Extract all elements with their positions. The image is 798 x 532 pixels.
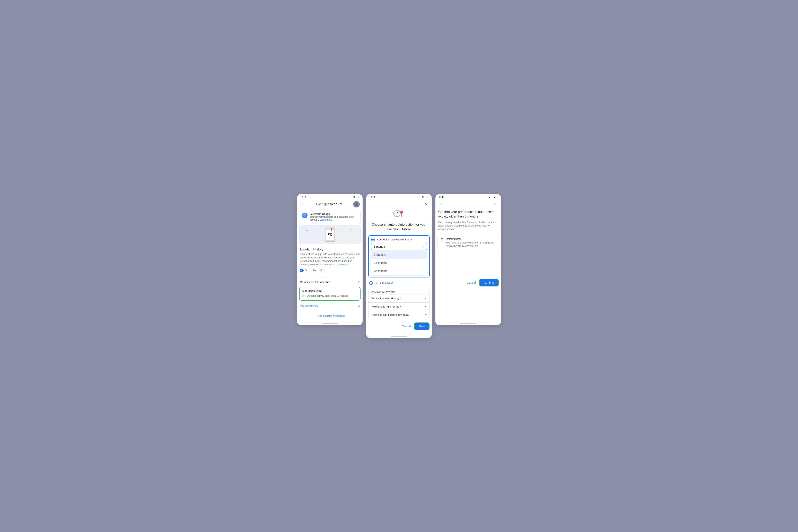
faq-label-3: How else can I control my data? <box>372 313 409 316</box>
g-yellow: o <box>322 202 323 206</box>
shield-icon: 🛡 <box>302 213 307 218</box>
faq-item-3[interactable]: How else can I control my data? ▾ <box>368 310 430 319</box>
battery-icon: ▪ <box>359 196 359 198</box>
map-pin-left: 📍 <box>305 230 309 233</box>
common-questions: COMMON QUESTIONS What's Location History… <box>368 289 430 319</box>
dialog-icon-area: 🕐 📍 <box>366 208 432 223</box>
back-button-3[interactable]: ← <box>438 201 443 207</box>
status-time-3: 12:13 <box>439 196 444 198</box>
spacer-3 <box>435 252 501 277</box>
external-link-icon: ⧉ <box>358 304 360 307</box>
screen-2: 12:12 M ▷ ▪ ✕ 🕐 📍 Choose an auto-delete … <box>366 194 432 338</box>
trash-icon: 🗑 <box>440 238 444 242</box>
screen2-content: 🕐 📍 Choose an auto-delete option for you… <box>366 208 432 334</box>
g-blue: G <box>316 202 319 206</box>
deleting-card: 🗑 Deleting now You have no activity olde… <box>437 235 499 250</box>
auto-delete-card[interactable]: Auto-delete (On) ☞ Deleting activity old… <box>299 287 361 301</box>
auto-delete-icon: ☞ <box>302 293 305 298</box>
g-blue2: g <box>324 202 326 206</box>
map-emoji: 🗺 <box>328 233 332 237</box>
deleting-now-desc: You have no activity older than 3 months… <box>446 241 496 248</box>
avatar-1: 👤 <box>353 201 360 208</box>
status-icons-2: M ▷ ▪ <box>422 196 429 198</box>
faq-item-2[interactable]: How long is right for me? ▾ <box>368 302 430 310</box>
faq-arrow-2: ▾ <box>425 305 426 308</box>
status-bar-2: 12:12 M ▷ ▪ <box>366 194 432 199</box>
option-label: Auto-delete activity older than <box>377 238 412 241</box>
dialog-actions-3: Cancel Confirm <box>435 277 501 288</box>
auto-delete-title: Auto-delete (On) <box>302 289 358 292</box>
check-icon: ✓ <box>301 269 303 272</box>
other-option-text: can always <box>380 281 393 284</box>
dropdown-display[interactable]: 3 months ▲ <box>371 243 427 250</box>
status-bar-1: 12:12 M ▷ ▪ <box>297 194 363 199</box>
close-button-3[interactable]: ✕ <box>493 201 498 207</box>
back-button-1[interactable]: ← <box>300 201 305 207</box>
turn-off-button[interactable]: Turn off <box>309 268 325 273</box>
chevron-down-icon: ▾ <box>358 280 360 284</box>
faq-arrow-1: ▾ <box>425 297 426 300</box>
mail-icon-2: M <box>422 196 424 198</box>
dropdown-option-18months[interactable]: 18 months <box>371 259 427 267</box>
screen-1: 12:12 M ▷ ▪ ← Google Account 👤 🛡 Safer w… <box>297 194 363 325</box>
screen-3: 12:13 M ↑ ▲ ▪ ← ✕ Confirm your preferenc… <box>435 194 501 325</box>
radio-keep-until[interactable] <box>369 281 373 285</box>
dropdown-option-3months[interactable]: 3 months <box>371 250 427 259</box>
map-pin-bottom: 📍 <box>309 238 312 240</box>
option-card-auto-delete[interactable]: Auto-delete activity older than 3 months… <box>368 235 430 278</box>
deleting-card-content: Deleting now You have no activity older … <box>446 238 496 248</box>
status-icons-1: M ▷ ▪ <box>353 196 359 198</box>
safer-learn-more[interactable]: Learn more <box>320 218 332 221</box>
home-indicator-2 <box>391 336 407 337</box>
play-icon: ▷ <box>356 196 358 198</box>
confirm-button[interactable]: Confirm <box>480 279 498 286</box>
mail-icon-3: M <box>489 196 491 198</box>
play-icon-2: ▷ <box>425 196 426 198</box>
pin-icon: 📍 <box>398 210 405 217</box>
check-circle: ✓ <box>300 269 304 272</box>
cancel-button-2[interactable]: Cancel <box>400 323 413 329</box>
divider-2 <box>297 310 363 311</box>
confirm-title: Confirm your preference to auto-delete a… <box>435 209 501 221</box>
g-red: o <box>319 202 321 206</box>
auto-delete-desc: Deleting activity older than 18 months <box>307 294 355 297</box>
mail-icon: M <box>353 196 355 198</box>
header-title-1: Account <box>330 202 342 206</box>
google-logo: Google Account <box>316 202 342 206</box>
dropdown-option-36months[interactable]: 36 months <box>371 267 427 275</box>
close-button-2[interactable]: ✕ <box>424 201 429 208</box>
option-row: Auto-delete activity older than <box>371 238 427 242</box>
battery-icon-3: ▪ <box>497 196 498 198</box>
dialog-title-2: Choose an auto-delete option for your Lo… <box>366 223 432 234</box>
location-learn-more[interactable]: Learn more <box>336 263 348 266</box>
home-indicator-3 <box>460 323 476 324</box>
safer-title: Safer with Google <box>309 213 330 215</box>
on-label: On <box>305 269 308 272</box>
devices-row[interactable]: Devices on this account ▾ <box>297 279 363 286</box>
home-indicator-1 <box>322 323 338 324</box>
screens-container: 12:12 M ▷ ▪ ← Google Account 👤 🛡 Safer w… <box>297 194 501 338</box>
screen3-content: Confirm your preference to auto-delete a… <box>435 209 501 321</box>
battery-icon-2: ▪ <box>428 196 429 198</box>
faq-label-1: What's Location History? <box>372 297 401 300</box>
faq-label-2: How long is right for me? <box>372 305 401 308</box>
safer-text: Safer with Google You control what data … <box>309 213 358 221</box>
dialog-header-2: ✕ <box>366 199 432 208</box>
manage-history-link[interactable]: Manage history <box>300 304 318 307</box>
dropdown-up-arrow-icon: ▲ <box>422 245 424 248</box>
status-bar-3: 12:13 M ↑ ▲ ▪ <box>435 194 501 199</box>
wifi-icon: ▲ <box>494 196 496 198</box>
auto-delete-row: ☞ Deleting activity older than 18 months… <box>302 293 358 298</box>
faq-arrow-3: ▾ <box>425 313 426 316</box>
faq-item-1[interactable]: What's Location History? ▾ <box>368 294 430 302</box>
next-button[interactable]: Next <box>415 323 429 330</box>
map-pin-right: 📍 <box>349 229 352 232</box>
cancel-button-3[interactable]: Cancel <box>465 280 478 285</box>
dropdown-menu: 3 months 18 months 36 months <box>371 250 427 275</box>
status-icons-3: M ↑ ▲ ▪ <box>489 196 498 198</box>
plus-icon: + <box>315 314 317 317</box>
g-green: l <box>326 202 327 206</box>
radio-auto-delete[interactable] <box>371 238 375 242</box>
location-title: Location History <box>300 248 360 251</box>
see-all-link[interactable]: See all activity controls <box>318 314 345 317</box>
